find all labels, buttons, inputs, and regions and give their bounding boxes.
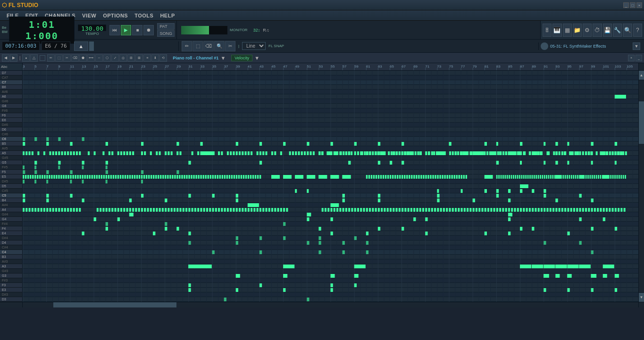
- piano-key-A#5[interactable]: A#5: [0, 146, 22, 151]
- piano-key-A#4[interactable]: A#4: [0, 203, 22, 207]
- piano-key-D#3[interactable]: D#3: [0, 292, 22, 297]
- piano-key-A#6[interactable]: A#6: [0, 90, 22, 94]
- piano-key-F4[interactable]: F4: [0, 226, 22, 231]
- piano-key-F#3[interactable]: F#3: [0, 278, 22, 283]
- pr-tool-a[interactable]: ⬥: [22, 54, 30, 62]
- menu-tools[interactable]: TOOLS: [132, 12, 156, 19]
- h-scrollbar[interactable]: [0, 302, 644, 307]
- save-icon-btn[interactable]: 💾: [603, 24, 612, 37]
- pr-btn10[interactable]: ◎: [119, 54, 127, 62]
- piano-key-A5[interactable]: A5: [0, 151, 22, 156]
- plugin-icon-btn[interactable]: ⚙: [583, 24, 592, 37]
- minimize-button[interactable]: _: [623, 2, 629, 8]
- piano-key-A3[interactable]: A3: [0, 264, 22, 269]
- pr-btn11[interactable]: ⊞: [127, 54, 135, 62]
- h-scroll-thumb[interactable]: [53, 302, 176, 307]
- piano-key-F6[interactable]: F6: [0, 113, 22, 118]
- piano-key-G4[interactable]: G4: [0, 217, 22, 222]
- pr-btn5[interactable]: ⬟: [79, 54, 87, 62]
- pr-btn12[interactable]: ⊠: [135, 54, 143, 62]
- piano-key-E5[interactable]: E5: [0, 174, 22, 179]
- piano-key-D5[interactable]: D5: [0, 184, 22, 189]
- piano-key-F#6[interactable]: F#6: [0, 108, 22, 113]
- piano-key-G#5[interactable]: G#5: [0, 156, 22, 160]
- piano-key-A#3[interactable]: A#3: [0, 259, 22, 264]
- piano-key-C#5[interactable]: C#5: [0, 189, 22, 193]
- record-button[interactable]: ⏺: [143, 25, 154, 35]
- velocity-dropdown[interactable]: ▼: [254, 55, 259, 61]
- pr-btn14[interactable]: ⬇: [151, 54, 159, 62]
- channel-name[interactable]: Piano roll - Channel #1: [173, 56, 218, 60]
- piano-key-G3[interactable]: G3: [0, 274, 22, 278]
- piano-key-C6[interactable]: C6: [0, 137, 22, 141]
- piano-key-G6[interactable]: G6: [0, 104, 22, 108]
- piano-key-G#3[interactable]: G#3: [0, 269, 22, 274]
- piano-key-D6[interactable]: D6: [0, 127, 22, 132]
- pr-btn7[interactable]: ↔: [95, 54, 103, 62]
- maximize-button[interactable]: □: [630, 2, 636, 8]
- piano-key-G5[interactable]: G5: [0, 160, 22, 165]
- piano-key-D4[interactable]: D4: [0, 240, 22, 245]
- close-button[interactable]: ×: [636, 2, 642, 8]
- piano-key-C#7[interactable]: C#7: [0, 75, 22, 80]
- snap-select[interactable]: Line1/41/81/16: [242, 42, 266, 50]
- stop-button[interactable]: ■: [132, 25, 142, 35]
- pr-minimize[interactable]: _: [636, 55, 642, 61]
- piano-key-C#6[interactable]: C#6: [0, 132, 22, 137]
- pr-btn3[interactable]: ✂: [63, 54, 71, 62]
- help-icon-btn[interactable]: ?: [633, 24, 642, 37]
- velocity-btn[interactable]: Velocity: [231, 55, 252, 61]
- pr-btn1[interactable]: ✏: [47, 54, 55, 62]
- piano-key-G#6[interactable]: G#6: [0, 99, 22, 104]
- piano-key-E4[interactable]: E4: [0, 231, 22, 236]
- tool-cut[interactable]: ✂: [225, 41, 235, 51]
- mixer-icon-btn[interactable]: 🎚: [543, 24, 552, 37]
- window-controls[interactable]: _ □ ×: [623, 2, 642, 8]
- piano-key-C5[interactable]: C5: [0, 193, 22, 198]
- pr-tool-b[interactable]: △: [30, 54, 38, 62]
- pat-button[interactable]: PAT: [157, 23, 175, 30]
- song-button[interactable]: SONG: [157, 30, 175, 37]
- pr-btn13[interactable]: ≡: [143, 54, 151, 62]
- piano-key-E6[interactable]: E6: [0, 118, 22, 123]
- pr-nav-left[interactable]: ◀: [2, 54, 9, 62]
- settings-icon-btn[interactable]: 🔧: [613, 24, 622, 37]
- tool-draw[interactable]: ✏: [182, 41, 192, 51]
- pattern-icon-btn[interactable]: ▦: [563, 24, 572, 37]
- note-grid[interactable]: [23, 71, 638, 302]
- pr-btn8[interactable]: ⬡: [103, 54, 111, 62]
- piano-key-A6[interactable]: A6: [0, 94, 22, 99]
- piano-key-D#5[interactable]: D#5: [0, 179, 22, 184]
- browser-icon-btn[interactable]: 📁: [573, 24, 582, 37]
- piano-key-F5[interactable]: F5: [0, 170, 22, 174]
- pr-close[interactable]: ×: [628, 55, 635, 61]
- scroll-down-btn[interactable]: ▼: [639, 292, 644, 302]
- piano-key-F#4[interactable]: F#4: [0, 222, 22, 226]
- menu-help[interactable]: HELP: [157, 12, 177, 19]
- piano-key-G#4[interactable]: G#4: [0, 212, 22, 217]
- clock-icon-btn[interactable]: ⏱: [593, 24, 602, 37]
- piano-key-C4[interactable]: C4: [0, 250, 22, 255]
- fx-expand-btn[interactable]: ▼: [633, 42, 640, 50]
- piano-key-C#4[interactable]: C#4: [0, 245, 22, 250]
- menu-options[interactable]: OPTIONS: [100, 12, 131, 19]
- piano-key-D7[interactable]: D7: [0, 71, 22, 75]
- piano-key-D3[interactable]: D3: [0, 297, 22, 302]
- piano-key-F3[interactable]: F3: [0, 283, 22, 288]
- piano-key-B5[interactable]: B5: [0, 141, 22, 146]
- scroll-up-btn[interactable]: ▲: [639, 71, 644, 80]
- v-scrollbar[interactable]: ▲ ▼: [638, 71, 644, 302]
- piano-key-C7[interactable]: C7: [0, 80, 22, 85]
- pr-btn6[interactable]: ⟷: [87, 54, 95, 62]
- tool-select[interactable]: ⬚: [192, 41, 203, 51]
- tool-zoom[interactable]: 🔍: [214, 41, 225, 51]
- piano-key-D#4[interactable]: D#4: [0, 236, 22, 240]
- piano-icon-btn[interactable]: 🎹: [552, 24, 561, 37]
- piano-key-B6[interactable]: B6: [0, 85, 22, 90]
- play-button[interactable]: ▶: [121, 25, 131, 35]
- piano-key-B3[interactable]: B3: [0, 255, 22, 259]
- piano-key-E3[interactable]: E3: [0, 288, 22, 292]
- piano-key-B4[interactable]: B4: [0, 198, 22, 203]
- pr-nav-right[interactable]: ▶: [10, 54, 17, 62]
- tool-erase[interactable]: ⌫: [203, 41, 214, 51]
